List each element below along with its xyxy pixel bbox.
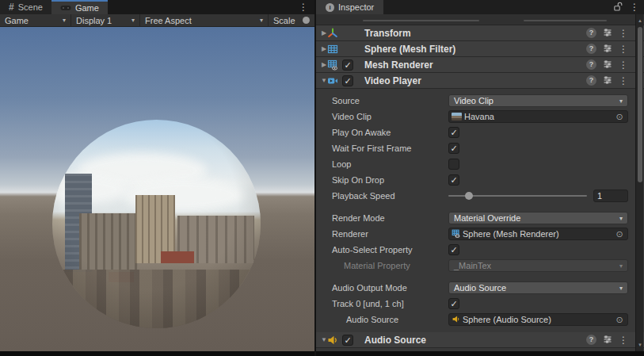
loop-checkbox[interactable] — [448, 159, 459, 170]
mesh-renderer-icon — [452, 229, 460, 239]
tab-scene[interactable]: # Scene — [0, 0, 51, 14]
component-menu-button[interactable]: ⋮ — [619, 29, 628, 38]
video-player-enabled-checkbox[interactable]: ✓ — [342, 75, 353, 86]
inspector-panel: i Inspector ⋮ ▶ Transform ? — [316, 0, 644, 351]
component-header-video-player[interactable]: ▼ ✓ Video Player ? ⋮ — [316, 73, 644, 89]
wait-first-frame-label: Wait For First Frame — [332, 144, 411, 153]
checkmark: ✓ — [450, 175, 457, 185]
component-header-mesh-filter[interactable]: ▶ Sphere (Mesh Filter) ? ⋮ — [316, 41, 644, 57]
mesh-renderer-enabled-checkbox[interactable]: ✓ — [342, 59, 353, 71]
field-skip-on-drop: Skip On Drop ✓ — [316, 172, 644, 188]
loop-label: Loop — [332, 159, 351, 169]
presets-icon[interactable] — [603, 28, 612, 39]
object-picker-icon[interactable]: ⊙ — [614, 229, 625, 239]
help-icon[interactable]: ? — [586, 59, 596, 70]
component-menu-button[interactable]: ⋮ — [619, 44, 628, 54]
video-player-icon — [327, 75, 338, 86]
tab-inspector[interactable]: i Inspector — [316, 0, 383, 14]
component-header-transform[interactable]: ▶ Transform ? ⋮ — [316, 25, 644, 41]
material-property-dropdown: _MainTex ▾ — [448, 259, 628, 272]
component-label: Mesh Renderer — [364, 59, 433, 71]
checkmark: ✓ — [344, 335, 351, 345]
unity-editor-window: # Scene Game ⋮ Game ▾ Display 1 ▾ Free A… — [0, 0, 644, 356]
chevron-down-icon: ▾ — [63, 17, 66, 24]
field-render-mode: Render Mode Material Override ▾ — [316, 210, 644, 226]
component-header-audio-source[interactable]: ▼ ✓ Audio Source ? ⋮ — [316, 332, 644, 348]
inspector-scrollbar[interactable]: ▲ ▼ — [635, 14, 643, 351]
display-dropdown[interactable]: Display 1 ▾ — [71, 14, 140, 26]
scale-label: Scale — [273, 16, 295, 25]
game-panel: # Scene Game ⋮ Game ▾ Display 1 ▾ Free A… — [0, 0, 314, 351]
component-header-mesh-renderer[interactable]: ▶ ✓ Mesh Renderer ? ⋮ — [316, 57, 644, 73]
playback-speed-value[interactable]: 1 — [593, 189, 628, 202]
skip-on-drop-checkbox[interactable]: ✓ — [448, 174, 459, 186]
chevron-down-icon: ▾ — [619, 285, 623, 292]
video-clip-value: Havana — [464, 112, 614, 121]
scale-slider[interactable]: Scale — [269, 14, 314, 26]
wait-first-frame-checkbox[interactable]: ✓ — [448, 143, 459, 154]
checkmark: ✓ — [450, 144, 457, 153]
game-panel-menu-button[interactable]: ⋮ — [295, 0, 311, 14]
game-target-value: Game — [5, 16, 29, 25]
source-value: Video Clip — [454, 96, 493, 105]
presets-icon[interactable] — [603, 59, 612, 71]
scrolled-content-edge — [316, 14, 644, 25]
field-video-clip: Video Clip Havana ⊙ — [316, 109, 644, 124]
component-menu-button[interactable]: ⋮ — [619, 60, 628, 70]
renderer-label: Renderer — [332, 229, 368, 239]
field-wait-for-first-frame: Wait For First Frame ✓ — [316, 140, 644, 156]
chevron-down-icon: ▾ — [260, 17, 263, 24]
unlock-icon[interactable] — [613, 2, 623, 13]
inspector-menu-button[interactable]: ⋮ — [630, 2, 639, 12]
field-play-on-awake: Play On Awake ✓ — [316, 124, 644, 140]
peek-line — [363, 20, 479, 21]
track0-checkbox[interactable]: ✓ — [448, 298, 459, 309]
object-picker-icon[interactable]: ⊙ — [614, 112, 625, 122]
scrollbar-thumb[interactable] — [638, 27, 642, 182]
help-icon[interactable]: ? — [586, 335, 596, 345]
help-icon[interactable]: ? — [586, 28, 596, 38]
presets-icon[interactable] — [603, 75, 612, 86]
checkmark: ✓ — [450, 299, 457, 308]
track0-label: Track 0 [und, 1 ch] — [332, 299, 404, 308]
component-menu-button[interactable]: ⋮ — [619, 76, 628, 86]
aspect-dropdown[interactable]: Free Aspect ▾ — [140, 14, 269, 26]
field-material-property: Material Property _MainTex ▾ — [316, 258, 644, 274]
video-sphere — [52, 120, 261, 328]
play-on-awake-label: Play On Awake — [332, 128, 391, 137]
playback-speed-label: Playback Speed — [332, 191, 395, 201]
presets-icon[interactable] — [603, 44, 612, 55]
component-menu-button[interactable]: ⋮ — [619, 335, 628, 345]
material-property-value: _MainTex — [454, 261, 491, 270]
play-on-awake-checkbox[interactable]: ✓ — [448, 127, 459, 138]
field-playback-speed: Playback Speed 1 — [316, 188, 644, 204]
scale-slider-knob[interactable] — [303, 17, 310, 24]
slider-knob[interactable] — [465, 192, 473, 200]
auto-select-checkbox[interactable]: ✓ — [448, 244, 459, 255]
game-target-dropdown[interactable]: Game ▾ — [0, 14, 71, 26]
source-dropdown[interactable]: Video Clip ▾ — [448, 94, 628, 107]
help-icon[interactable]: ? — [586, 44, 596, 54]
checkmark: ✓ — [450, 128, 457, 137]
playback-speed-slider[interactable] — [448, 189, 587, 202]
chevron-down-icon: ▾ — [619, 98, 623, 105]
checkmark: ✓ — [450, 245, 457, 255]
audio-source-object-field[interactable]: Sphere (Audio Source) ⊙ — [448, 313, 628, 326]
video-clip-thumbnail — [452, 113, 462, 121]
tab-game[interactable]: Game — [51, 0, 108, 14]
scroll-down-icon[interactable]: ▼ — [636, 340, 644, 350]
component-label: Video Player — [364, 75, 421, 86]
presets-icon[interactable] — [603, 335, 612, 346]
video-clip-object-field[interactable]: Havana ⊙ — [448, 110, 628, 123]
render-mode-value: Material Override — [454, 213, 520, 223]
scroll-up-icon[interactable]: ▲ — [636, 16, 644, 25]
skip-on-drop-label: Skip On Drop — [332, 175, 384, 185]
audio-source-value: Sphere (Audio Source) — [463, 315, 614, 324]
audio-source-enabled-checkbox[interactable]: ✓ — [342, 335, 353, 346]
field-track0: Track 0 [und, 1 ch] ✓ — [316, 296, 644, 312]
object-picker-icon[interactable]: ⊙ — [614, 315, 625, 325]
audio-output-mode-dropdown[interactable]: Audio Source ▾ — [448, 281, 628, 294]
render-mode-dropdown[interactable]: Material Override ▾ — [448, 212, 628, 224]
renderer-object-field[interactable]: Sphere (Mesh Renderer) ⊙ — [448, 228, 628, 240]
help-icon[interactable]: ? — [586, 75, 596, 86]
